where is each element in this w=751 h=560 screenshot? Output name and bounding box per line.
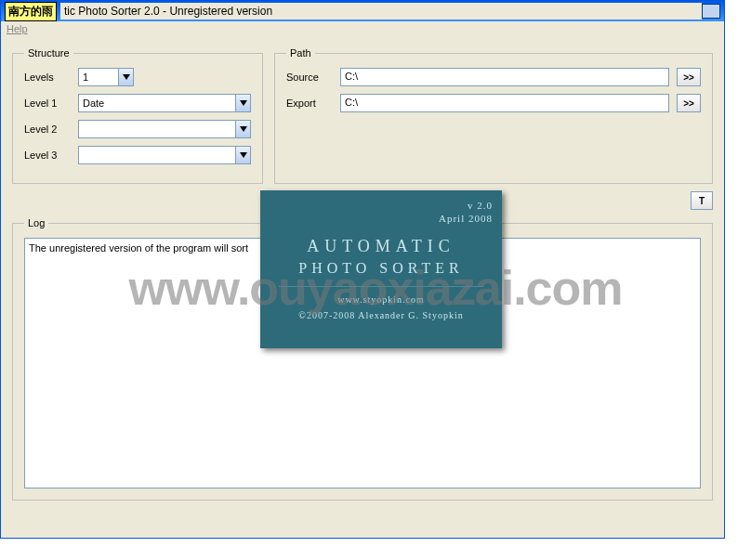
level3-combo[interactable]	[78, 146, 251, 164]
divider	[279, 286, 483, 287]
splash-copyright: ©2007-2008 Alexander G. Styopkin	[270, 310, 493, 320]
export-browse-button[interactable]: >>	[677, 94, 701, 112]
level3-label: Level 3	[24, 150, 71, 161]
source-browse-button[interactable]: >>	[677, 68, 701, 86]
export-input[interactable]: C:\	[340, 94, 669, 112]
titlebar[interactable]: 南方的雨 tic Photo Sorter 2.0 - Unregistered…	[1, 1, 724, 21]
minimize-button[interactable]	[702, 4, 720, 19]
splash-version: v 2.0	[270, 200, 493, 211]
levels-label: Levels	[24, 72, 71, 83]
title-badge: 南方的雨	[5, 2, 57, 21]
chevron-down-icon[interactable]	[235, 121, 250, 137]
splash-title-2: Photo Sorter	[270, 260, 493, 277]
level1-combo[interactable]: Date	[78, 94, 251, 112]
levels-combo[interactable]: 1	[78, 68, 134, 86]
log-text: The unregistered version of the program …	[29, 242, 248, 254]
structure-group: Structure Levels 1 Level 1 Date	[12, 47, 263, 184]
window-title: tic Photo Sorter 2.0 - Unregistered vers…	[60, 3, 702, 20]
level2-label: Level 2	[24, 124, 71, 135]
levels-value: 1	[83, 72, 88, 83]
level2-combo[interactable]	[78, 120, 251, 138]
splash-dialog[interactable]: v 2.0 April 2008 Automatic Photo Sorter …	[260, 190, 502, 348]
path-legend: Path	[286, 47, 315, 59]
log-legend: Log	[24, 217, 48, 228]
splash-url: www.styopkin.com	[270, 294, 493, 305]
menu-help[interactable]: Help	[7, 23, 28, 34]
chevron-down-icon[interactable]	[118, 69, 133, 85]
splash-date: April 2008	[270, 213, 493, 224]
source-label: Source	[286, 72, 333, 83]
menubar: Help	[1, 21, 724, 40]
chevron-down-icon[interactable]	[235, 95, 250, 111]
chevron-down-icon[interactable]	[235, 147, 250, 163]
action-button-partial[interactable]: T	[691, 191, 713, 210]
path-group: Path Source C:\ >> Export C:\ >>	[274, 47, 713, 184]
level1-value: Date	[83, 98, 104, 109]
level1-label: Level 1	[24, 98, 71, 109]
splash-title-1: Automatic	[270, 237, 493, 256]
export-label: Export	[286, 98, 333, 109]
source-input[interactable]: C:\	[340, 68, 669, 86]
structure-legend: Structure	[24, 47, 73, 59]
